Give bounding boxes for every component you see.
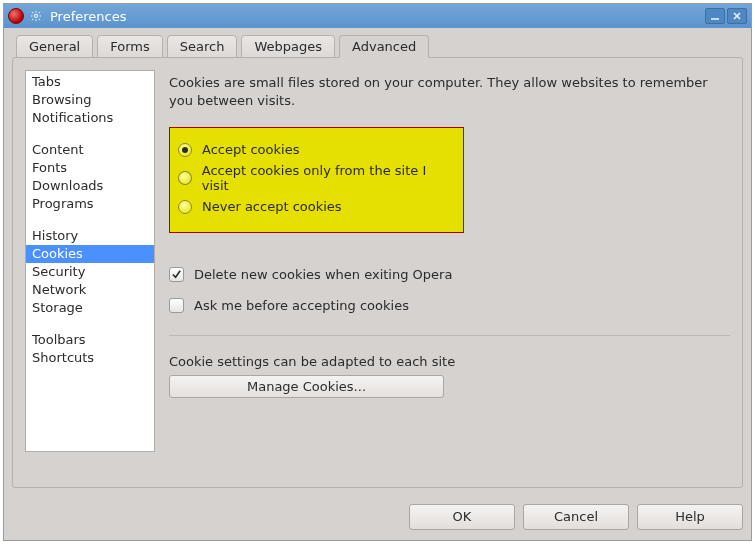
radio-label: Never accept cookies (202, 199, 342, 214)
sidebar-item-fonts[interactable]: Fonts (26, 159, 154, 177)
radio-icon (178, 171, 192, 185)
per-site-label: Cookie settings can be adapted to each s… (169, 354, 730, 369)
sidebar-item-toolbars[interactable]: Toolbars (26, 331, 154, 349)
radio-label: Accept cookies only from the site I visi… (202, 163, 453, 193)
window-title: Preferences (50, 9, 126, 24)
cookies-description: Cookies are small files stored on your c… (169, 74, 730, 109)
sidebar: Tabs Browsing Notifications Content Font… (25, 70, 155, 452)
sidebar-item-downloads[interactable]: Downloads (26, 177, 154, 195)
opera-icon (8, 8, 24, 24)
checkbox-label: Delete new cookies when exiting Opera (194, 267, 452, 282)
tab-panel-advanced: Tabs Browsing Notifications Content Font… (12, 57, 743, 488)
tab-advanced[interactable]: Advanced (339, 35, 429, 58)
tab-label: Forms (110, 39, 150, 54)
tab-search[interactable]: Search (167, 35, 238, 58)
cancel-button[interactable]: Cancel (523, 504, 629, 530)
minimize-button[interactable] (705, 8, 725, 24)
sidebar-item-cookies[interactable]: Cookies (26, 245, 154, 263)
gear-icon (28, 8, 44, 24)
sidebar-item-programs[interactable]: Programs (26, 195, 154, 213)
sidebar-item-storage[interactable]: Storage (26, 299, 154, 317)
radio-never-accept[interactable]: Never accept cookies (178, 199, 453, 214)
tab-label: Webpages (254, 39, 322, 54)
checkbox-icon (169, 298, 184, 313)
radio-accept-same-site[interactable]: Accept cookies only from the site I visi… (178, 163, 453, 193)
sidebar-item-history[interactable]: History (26, 227, 154, 245)
manage-cookies-button[interactable]: Manage Cookies... (169, 375, 444, 398)
sidebar-item-tabs[interactable]: Tabs (26, 73, 154, 91)
radio-label: Accept cookies (202, 142, 299, 157)
main-panel: Cookies are small files stored on your c… (169, 70, 730, 475)
radio-accept-cookies[interactable]: Accept cookies (178, 142, 453, 157)
sidebar-item-network[interactable]: Network (26, 281, 154, 299)
radio-icon (178, 200, 192, 214)
dialog-footer: OK Cancel Help (4, 496, 751, 540)
preferences-window: Preferences General Forms Search Webpage… (3, 3, 752, 541)
checkbox-label: Ask me before accepting cookies (194, 298, 409, 313)
sidebar-item-notifications[interactable]: Notifications (26, 109, 154, 127)
close-button[interactable] (727, 8, 747, 24)
checkbox-delete-on-exit[interactable]: Delete new cookies when exiting Opera (169, 267, 730, 282)
sidebar-item-shortcuts[interactable]: Shortcuts (26, 349, 154, 367)
tab-label: Search (180, 39, 225, 54)
svg-point-0 (34, 14, 37, 17)
radio-icon (178, 143, 192, 157)
sidebar-item-content[interactable]: Content (26, 141, 154, 159)
tab-label: General (29, 39, 80, 54)
sidebar-item-security[interactable]: Security (26, 263, 154, 281)
divider (169, 335, 730, 336)
ok-button[interactable]: OK (409, 504, 515, 530)
tab-webpages[interactable]: Webpages (241, 35, 335, 58)
checkbox-ask-before[interactable]: Ask me before accepting cookies (169, 298, 730, 313)
help-button[interactable]: Help (637, 504, 743, 530)
tab-label: Advanced (352, 39, 416, 54)
cookie-policy-group: Accept cookies Accept cookies only from … (169, 127, 464, 233)
checkbox-icon (169, 267, 184, 282)
tab-general[interactable]: General (16, 35, 93, 58)
titlebar: Preferences (4, 4, 751, 28)
tab-forms[interactable]: Forms (97, 35, 163, 58)
content-area: General Forms Search Webpages Advanced T… (4, 28, 751, 496)
tab-strip: General Forms Search Webpages Advanced (12, 34, 743, 57)
sidebar-item-browsing[interactable]: Browsing (26, 91, 154, 109)
